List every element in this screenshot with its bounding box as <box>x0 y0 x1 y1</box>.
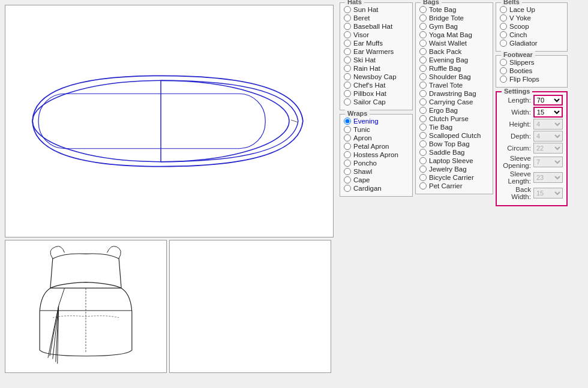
radio-ear_warmers[interactable] <box>344 48 351 55</box>
radio-petal_apron[interactable] <box>344 143 351 150</box>
radio-flip_flops[interactable] <box>500 76 507 83</box>
radio-item-laptop_sleeve[interactable]: Laptop Sleeve <box>419 157 489 165</box>
radio-scoop[interactable] <box>500 23 507 30</box>
radio-clutch_purse[interactable] <box>419 115 427 122</box>
radio-item-bicycle_carrier[interactable]: Bicycle Carrier <box>419 173 489 182</box>
radio-item-cardigan[interactable]: Cardigan <box>344 184 409 193</box>
radio-item-flip_flops[interactable]: Flip Flops <box>500 75 563 83</box>
radio-item-petal_apron[interactable]: Petal Apron <box>344 142 409 151</box>
radio-ear_muffs[interactable] <box>344 40 351 47</box>
radio-laptop_sleeve[interactable] <box>419 157 427 164</box>
radio-gladiator[interactable] <box>500 40 507 47</box>
radio-evening[interactable] <box>344 118 351 125</box>
radio-item-evening_bag[interactable]: Evening Bag <box>419 56 489 64</box>
radio-evening_bag[interactable] <box>419 56 427 64</box>
settings-select-width[interactable]: 1012151820 <box>533 107 563 118</box>
radio-item-pillbox_hat[interactable]: Pillbox Hat <box>344 89 409 98</box>
radio-item-poncho[interactable]: Poncho <box>344 159 409 167</box>
settings-select-circum[interactable]: 1820222426 <box>533 143 563 154</box>
radio-item-sun_hat[interactable]: Sun Hat <box>344 5 409 14</box>
radio-pillbox_hat[interactable] <box>344 90 351 97</box>
radio-carrying_case[interactable] <box>419 98 427 106</box>
radio-item-carrying_case[interactable]: Carrying Case <box>419 98 489 106</box>
radio-item-tie_bag[interactable]: Tie Bag <box>419 123 489 131</box>
radio-item-evening[interactable]: Evening <box>344 117 409 125</box>
radio-booties[interactable] <box>500 67 507 74</box>
radio-item-tote_bag[interactable]: Tote Bag <box>419 5 489 14</box>
radio-rain_hat[interactable] <box>344 65 351 72</box>
radio-item-gym_bag[interactable]: Gym Bag <box>419 22 489 31</box>
radio-item-ruffle_bag[interactable]: Ruffle Bag <box>419 64 489 73</box>
radio-tunic[interactable] <box>344 126 351 133</box>
radio-item-newsboy_cap[interactable]: Newsboy Cap <box>344 73 409 81</box>
radio-item-scoop[interactable]: Scoop <box>500 22 563 31</box>
settings-select-depth[interactable]: 23456 <box>533 131 563 142</box>
radio-item-slippers[interactable]: Slippers <box>500 58 563 67</box>
radio-item-lace_up[interactable]: Lace Up <box>500 5 563 14</box>
radio-item-drawstring_bag[interactable]: Drawstring Bag <box>419 89 489 98</box>
radio-item-shoulder_bag[interactable]: Shoulder Bag <box>419 73 489 81</box>
radio-pet_carrier[interactable] <box>419 182 427 190</box>
radio-baseball_hat[interactable] <box>344 23 351 30</box>
radio-beret[interactable] <box>344 14 351 22</box>
radio-scalloped_clutch[interactable] <box>419 132 427 139</box>
radio-item-beret[interactable]: Beret <box>344 14 409 22</box>
radio-item-back_pack[interactable]: Back Pack <box>419 47 489 56</box>
radio-item-visor[interactable]: Visor <box>344 31 409 39</box>
radio-slippers[interactable] <box>500 59 507 66</box>
radio-item-yoga_mat_bag[interactable]: Yoga Mat Bag <box>419 31 489 39</box>
radio-yoga_mat_bag[interactable] <box>419 31 427 38</box>
radio-gym_bag[interactable] <box>419 23 427 30</box>
radio-sailor_cap[interactable] <box>344 98 351 106</box>
radio-back_pack[interactable] <box>419 48 427 55</box>
radio-apron[interactable] <box>344 134 351 142</box>
radio-item-sailor_cap[interactable]: Sailor Cap <box>344 98 409 106</box>
radio-poncho[interactable] <box>344 160 351 167</box>
radio-item-ski_hat[interactable]: Ski Hat <box>344 56 409 64</box>
radio-cape[interactable] <box>344 176 351 184</box>
radio-item-scalloped_clutch[interactable]: Scalloped Clutch <box>419 131 489 140</box>
radio-item-shawl[interactable]: Shawl <box>344 167 409 176</box>
radio-ergo_bag[interactable] <box>419 107 427 114</box>
radio-item-ear_warmers[interactable]: Ear Warmers <box>344 47 409 56</box>
radio-waist_wallet[interactable] <box>419 40 427 47</box>
radio-shawl[interactable] <box>344 168 351 175</box>
radio-bow_top_bag[interactable] <box>419 140 427 148</box>
radio-item-bridge_tote[interactable]: Bridge Tote <box>419 14 489 22</box>
radio-hostess_apron[interactable] <box>344 151 351 158</box>
radio-ski_hat[interactable] <box>344 56 351 64</box>
radio-drawstring_bag[interactable] <box>419 90 427 97</box>
radio-item-v_yoke[interactable]: V Yoke <box>500 14 563 22</box>
radio-item-pet_carrier[interactable]: Pet Carrier <box>419 182 489 190</box>
radio-item-apron[interactable]: Apron <box>344 134 409 142</box>
radio-item-bow_top_bag[interactable]: Bow Top Bag <box>419 140 489 148</box>
radio-tote_bag[interactable] <box>419 6 427 13</box>
radio-item-hostess_apron[interactable]: Hostess Apron <box>344 151 409 159</box>
radio-item-clutch_purse[interactable]: Clutch Purse <box>419 115 489 123</box>
radio-item-ergo_bag[interactable]: Ergo Bag <box>419 106 489 115</box>
radio-cinch[interactable] <box>500 31 507 38</box>
settings-select-sleeve_length[interactable]: 2021222324 <box>533 172 563 183</box>
settings-select-length[interactable]: 6065707580 <box>533 95 563 106</box>
radio-item-rain_hat[interactable]: Rain Hat <box>344 64 409 73</box>
radio-bicycle_carrier[interactable] <box>419 174 427 181</box>
radio-item-jewelry_bag[interactable]: Jewelry Bag <box>419 165 489 173</box>
radio-item-saddle_bag[interactable]: Saddle Bag <box>419 148 489 157</box>
radio-saddle_bag[interactable] <box>419 149 427 156</box>
radio-item-chefs_hat[interactable]: Chef's Hat <box>344 81 409 89</box>
radio-bridge_tote[interactable] <box>419 14 427 22</box>
radio-item-tunic[interactable]: Tunic <box>344 125 409 134</box>
radio-travel_tote[interactable] <box>419 82 427 89</box>
radio-item-baseball_hat[interactable]: Baseball Hat <box>344 22 409 31</box>
radio-ruffle_bag[interactable] <box>419 65 427 72</box>
radio-item-ear_muffs[interactable]: Ear Muffs <box>344 39 409 47</box>
radio-item-gladiator[interactable]: Gladiator <box>500 39 563 47</box>
radio-shoulder_bag[interactable] <box>419 73 427 80</box>
radio-sun_hat[interactable] <box>344 6 351 13</box>
radio-lace_up[interactable] <box>500 6 507 13</box>
settings-select-sleeve_opening[interactable]: 56789 <box>533 157 563 167</box>
radio-item-cinch[interactable]: Cinch <box>500 31 563 39</box>
radio-item-cape[interactable]: Cape <box>344 176 409 184</box>
radio-item-waist_wallet[interactable]: Waist Wallet <box>419 39 489 47</box>
settings-select-back_width[interactable]: 1213141516 <box>533 188 563 198</box>
